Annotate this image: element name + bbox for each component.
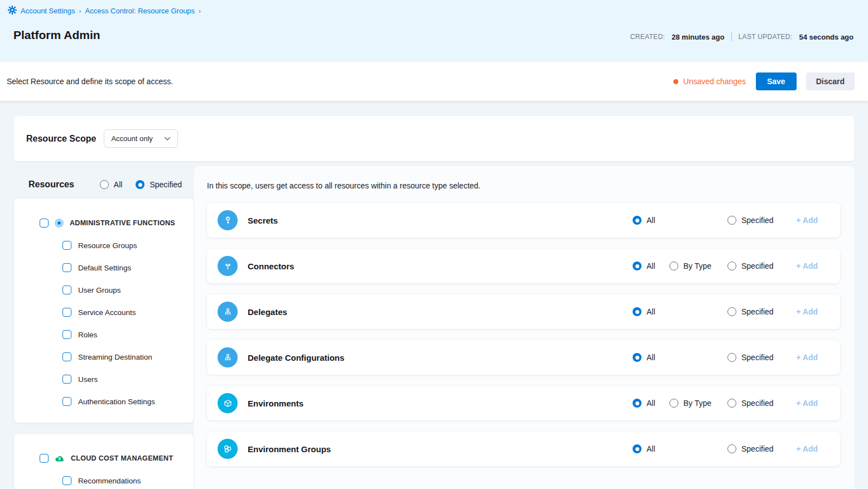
radio-on-icon[interactable]: [136, 180, 144, 189]
toolbar-description: Select Resource and define its scope of …: [7, 77, 673, 86]
radio-off-icon[interactable]: [727, 353, 736, 362]
last-updated-value: 54 seconds ago: [799, 33, 853, 41]
resource-name: Delegate Configurations: [248, 353, 633, 362]
admin-module-icon: [55, 219, 64, 227]
breadcrumb-separator: ›: [79, 7, 81, 15]
roles-checkbox[interactable]: [62, 330, 71, 339]
add-button[interactable]: + Add: [796, 216, 818, 225]
header-meta: CREATED: 28 minutes ago LAST UPDATED: 54…: [630, 32, 853, 41]
resources-all-radio[interactable]: All: [100, 180, 123, 189]
specified-radio[interactable]: Specified: [727, 216, 792, 225]
resource-groups-checkbox[interactable]: [62, 241, 71, 250]
recommendations-checkbox[interactable]: [62, 476, 71, 485]
resources-scope-radios: All Specified: [100, 180, 182, 189]
radio-on-icon[interactable]: [633, 262, 642, 270]
resource-scope-select[interactable]: Account only: [104, 129, 177, 148]
specified-label: Specified: [741, 353, 774, 362]
resources-all-label: All: [114, 180, 123, 189]
discard-button[interactable]: Discard: [806, 72, 855, 90]
add-button[interactable]: + Add: [796, 353, 818, 362]
item-label: Default Settings: [78, 264, 131, 272]
meta-divider: [731, 32, 732, 41]
add-button[interactable]: + Add: [796, 444, 818, 453]
add-button[interactable]: + Add: [796, 307, 818, 316]
delegate-config-icon: [218, 347, 238, 367]
radio-on-icon[interactable]: [633, 353, 642, 362]
action-toolbar: Select Resource and define its scope of …: [0, 62, 868, 101]
default-settings-checkbox[interactable]: [62, 263, 71, 272]
radio-on-icon[interactable]: [633, 399, 642, 408]
breadcrumb-access-control-resource-groups[interactable]: Access Control: Resource Groups: [85, 7, 195, 15]
resource-name: Connectors: [248, 262, 633, 271]
radio-off-icon[interactable]: [669, 262, 678, 270]
all-radio[interactable]: All: [633, 353, 669, 362]
radio-off-icon[interactable]: [727, 216, 736, 225]
authentication-settings-checkbox[interactable]: [62, 397, 71, 406]
users-checkbox[interactable]: [62, 375, 71, 384]
radio-on-icon[interactable]: [633, 307, 642, 316]
all-label: All: [647, 444, 655, 453]
radio-off-icon[interactable]: [100, 180, 109, 189]
resource-row-secrets: Secrets All Specified + Add: [207, 203, 840, 238]
last-updated-label: LAST UPDATED:: [739, 33, 793, 41]
group-name: ADMINISTRATIVE FUNCTIONS: [70, 219, 175, 227]
specified-radio[interactable]: Specified: [727, 307, 792, 316]
radio-off-icon[interactable]: [727, 307, 736, 316]
resource-row-environment-groups: Environment Groups All Specified + Add: [207, 432, 840, 466]
specified-radio[interactable]: Specified: [727, 262, 792, 270]
administrative-functions-checkbox[interactable]: [40, 219, 49, 227]
streaming-destination-checkbox[interactable]: [62, 352, 71, 361]
all-radio[interactable]: All: [633, 399, 669, 408]
resource-name: Delegates: [248, 307, 633, 317]
resources-sidebar-header: Resources All Specified: [14, 166, 194, 198]
resource-name: Secrets: [248, 216, 633, 225]
item-label: Service Accounts: [78, 308, 136, 317]
resource-controls: All Specified + Add: [633, 307, 818, 316]
resource-controls: All By Type Specified + Add: [633, 262, 818, 270]
all-label: All: [647, 262, 655, 270]
sidebar-item-default-settings: Default Settings: [14, 263, 194, 272]
all-radio[interactable]: All: [633, 307, 669, 316]
resource-controls: All Specified + Add: [633, 444, 818, 453]
resources-specified-radio[interactable]: Specified: [136, 180, 182, 189]
all-radio[interactable]: All: [633, 216, 669, 225]
all-radio[interactable]: All: [633, 444, 669, 453]
environment-group-icon: [218, 439, 238, 459]
radio-off-icon[interactable]: [727, 444, 736, 453]
cloud-cost-management-checkbox[interactable]: [40, 454, 49, 463]
specified-radio[interactable]: Specified: [727, 444, 792, 453]
sidebar-item-recommendations: Recommendations: [14, 476, 194, 485]
service-accounts-checkbox[interactable]: [62, 308, 71, 317]
specified-label: Specified: [741, 262, 774, 270]
specified-radio[interactable]: Specified: [727, 399, 792, 408]
radio-off-icon[interactable]: [727, 399, 736, 408]
by-type-radio[interactable]: By Type: [669, 262, 727, 270]
add-button[interactable]: + Add: [796, 399, 818, 408]
radio-on-icon[interactable]: [633, 216, 642, 225]
resources-specified-label: Specified: [150, 180, 182, 189]
all-label: All: [647, 353, 655, 362]
radio-on-icon[interactable]: [633, 444, 642, 453]
created-value: 28 minutes ago: [672, 33, 725, 41]
add-button[interactable]: + Add: [796, 262, 818, 270]
resource-row-connectors: Connectors All By Type Specified + Add: [207, 249, 840, 283]
user-groups-checkbox[interactable]: [62, 285, 71, 294]
save-button[interactable]: Save: [756, 72, 797, 90]
sidebar-item-user-groups: User Groups: [14, 285, 194, 294]
specified-radio[interactable]: Specified: [727, 353, 792, 362]
radio-off-icon[interactable]: [669, 399, 678, 408]
resource-row-delegate-configurations: Delegate Configurations All Specified + …: [207, 340, 840, 375]
resource-controls: All Specified + Add: [633, 216, 818, 225]
radio-off-icon[interactable]: [727, 262, 736, 270]
cloud-cost-module-icon: $: [55, 454, 65, 462]
item-label: Streaming Destination: [78, 353, 152, 361]
all-radio[interactable]: All: [633, 262, 669, 270]
breadcrumb-account-settings[interactable]: Account Settings: [21, 7, 75, 15]
resource-controls: All Specified + Add: [633, 353, 818, 362]
by-type-radio[interactable]: By Type: [669, 399, 727, 408]
specified-label: Specified: [741, 307, 774, 316]
chevron-down-icon: [164, 134, 171, 143]
content-area: Resources All Specified ADMINISTRATIVE F…: [0, 166, 868, 489]
item-label: Users: [78, 375, 98, 384]
resource-name: Environments: [248, 399, 633, 408]
